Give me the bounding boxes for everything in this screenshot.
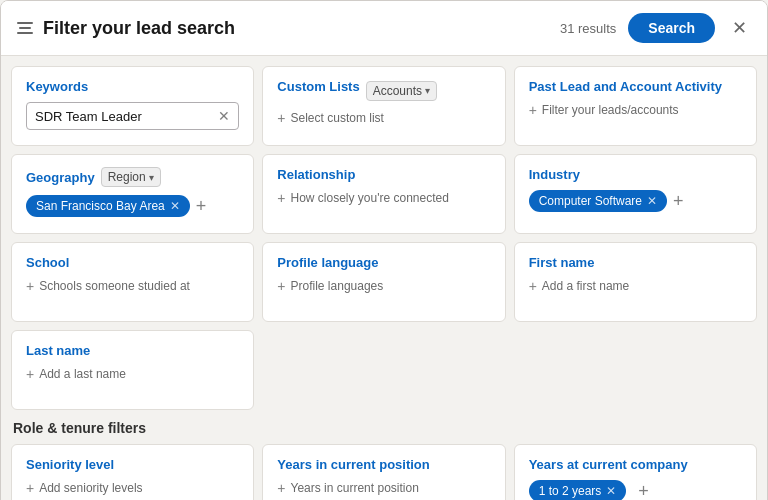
accounts-dropdown-label: Accounts (373, 84, 422, 98)
chevron-down-icon: ▾ (425, 85, 430, 96)
years-current-position-card: Years in current position + Years in cur… (262, 444, 505, 500)
filter-row-1: Keywords ✕ Custom Lists Accounts ▾ + (11, 66, 757, 146)
custom-lists-label[interactable]: Custom Lists (277, 79, 359, 94)
seniority-action-label: Add seniority levels (39, 481, 142, 495)
computer-software-chip: Computer Software ✕ (529, 190, 667, 212)
plus-icon: + (277, 190, 285, 206)
plus-icon: + (26, 278, 34, 294)
school-action-label: Schools someone studied at (39, 279, 190, 293)
filter-icon[interactable] (17, 22, 33, 34)
accounts-dropdown[interactable]: Accounts ▾ (366, 81, 437, 101)
geography-label[interactable]: Geography (26, 170, 95, 185)
school-action[interactable]: + Schools someone studied at (26, 278, 239, 294)
plus-icon: + (26, 480, 34, 496)
seniority-action[interactable]: + Add seniority levels (26, 480, 239, 496)
relationship-label[interactable]: Relationship (277, 167, 490, 182)
chip-remove-button[interactable]: ✕ (647, 194, 657, 208)
modal-title: Filter your lead search (43, 18, 235, 39)
first-name-label[interactable]: First name (529, 255, 742, 270)
chip-label: San Francisco Bay Area (36, 199, 165, 213)
chip-remove-button[interactable]: ✕ (170, 199, 180, 213)
close-button[interactable]: ✕ (727, 16, 751, 40)
add-years-button[interactable]: + (638, 481, 649, 501)
role-tenure-row-1: Seniority level + Add seniority levels Y… (11, 444, 757, 500)
select-custom-list-action[interactable]: + Select custom list (277, 110, 490, 126)
past-lead-action[interactable]: + Filter your leads/accounts (529, 102, 742, 118)
industry-chips: Computer Software ✕ + (529, 190, 742, 212)
role-tenure-section-header: Role & tenure filters (11, 420, 757, 436)
profile-language-card: Profile language + Profile languages (262, 242, 505, 322)
modal-header: Filter your lead search 31 results Searc… (1, 1, 767, 56)
custom-lists-header: Custom Lists Accounts ▾ (277, 79, 490, 102)
past-lead-card: Past Lead and Account Activity + Filter … (514, 66, 757, 146)
chip-label: 1 to 2 years (539, 484, 602, 498)
plus-icon: + (529, 102, 537, 118)
keywords-input[interactable] (35, 109, 218, 124)
custom-lists-card: Custom Lists Accounts ▾ + Select custom … (262, 66, 505, 146)
add-industry-button[interactable]: + (673, 191, 684, 212)
header-right: 31 results Search ✕ (560, 13, 751, 43)
industry-card: Industry Computer Software ✕ + (514, 154, 757, 234)
years-current-company-chips: 1 to 2 years ✕ + (529, 480, 742, 500)
plus-icon: + (277, 480, 285, 496)
chip-remove-button[interactable]: ✕ (606, 484, 616, 498)
filter-modal: Filter your lead search 31 results Searc… (0, 0, 768, 500)
region-dropdown[interactable]: Region ▾ (101, 167, 161, 187)
relationship-action-label: How closely you're connected (291, 191, 449, 205)
school-label[interactable]: School (26, 255, 239, 270)
chip-label: Computer Software (539, 194, 642, 208)
filter-row-4: Last name + Add a last name (11, 330, 757, 410)
relationship-card: Relationship + How closely you're connec… (262, 154, 505, 234)
past-lead-action-label: Filter your leads/accounts (542, 103, 679, 117)
geography-chips: San Francisco Bay Area ✕ + (26, 195, 239, 217)
filter-row-3: School + Schools someone studied at Prof… (11, 242, 757, 322)
chevron-down-icon: ▾ (149, 172, 154, 183)
geography-header: Geography Region ▾ (26, 167, 239, 187)
past-lead-label[interactable]: Past Lead and Account Activity (529, 79, 742, 94)
plus-icon: + (26, 366, 34, 382)
region-label: Region (108, 170, 146, 184)
filter-body: Keywords ✕ Custom Lists Accounts ▾ + (1, 56, 767, 500)
keywords-input-wrap: ✕ (26, 102, 239, 130)
plus-icon: + (277, 278, 285, 294)
seniority-card: Seniority level + Add seniority levels (11, 444, 254, 500)
school-card: School + Schools someone studied at (11, 242, 254, 322)
last-name-action-label: Add a last name (39, 367, 126, 381)
last-name-card: Last name + Add a last name (11, 330, 254, 410)
first-name-card: First name + Add a first name (514, 242, 757, 322)
profile-language-label[interactable]: Profile language (277, 255, 490, 270)
years-current-position-label[interactable]: Years in current position (277, 457, 490, 472)
profile-language-action[interactable]: + Profile languages (277, 278, 490, 294)
years-current-company-label[interactable]: Years at current company (529, 457, 742, 472)
industry-label[interactable]: Industry (529, 167, 742, 182)
seniority-label[interactable]: Seniority level (26, 457, 239, 472)
add-geography-button[interactable]: + (196, 196, 207, 217)
filter-row-2: Geography Region ▾ San Francisco Bay Are… (11, 154, 757, 234)
keywords-label[interactable]: Keywords (26, 79, 239, 94)
keywords-card: Keywords ✕ (11, 66, 254, 146)
relationship-action[interactable]: + How closely you're connected (277, 190, 490, 206)
years-chip: 1 to 2 years ✕ (529, 480, 627, 500)
plus-icon: + (529, 278, 537, 294)
header-left: Filter your lead search (17, 18, 235, 39)
select-custom-list-label: Select custom list (291, 111, 384, 125)
first-name-action[interactable]: + Add a first name (529, 278, 742, 294)
keywords-clear-button[interactable]: ✕ (218, 108, 230, 124)
years-current-position-action[interactable]: + Years in current position (277, 480, 490, 496)
last-name-label[interactable]: Last name (26, 343, 239, 358)
results-count: 31 results (560, 21, 616, 36)
search-button[interactable]: Search (628, 13, 715, 43)
san-francisco-chip: San Francisco Bay Area ✕ (26, 195, 190, 217)
geography-card: Geography Region ▾ San Francisco Bay Are… (11, 154, 254, 234)
years-current-company-card: Years at current company 1 to 2 years ✕ … (514, 444, 757, 500)
years-current-position-action-label: Years in current position (291, 481, 419, 495)
last-name-action[interactable]: + Add a last name (26, 366, 239, 382)
plus-icon: + (277, 110, 285, 126)
first-name-action-label: Add a first name (542, 279, 629, 293)
profile-language-action-label: Profile languages (291, 279, 384, 293)
